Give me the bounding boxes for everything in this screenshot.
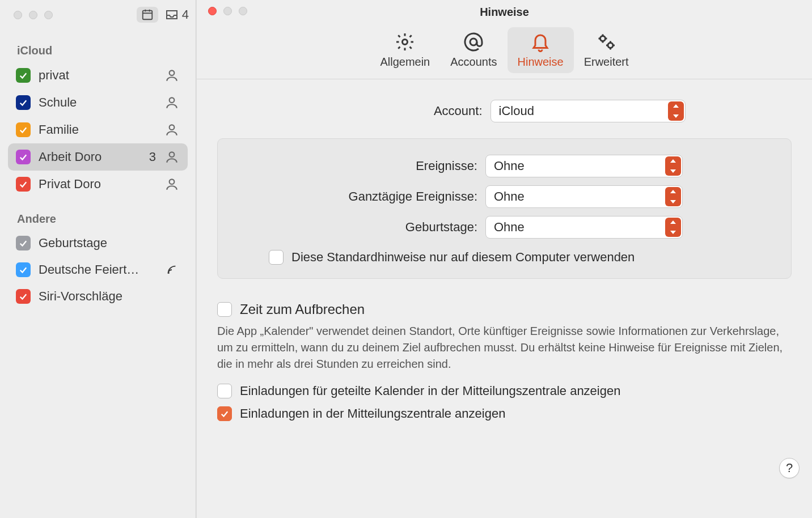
events-select[interactable]: Ohne [485, 155, 683, 177]
events-label: Ereignisse: [234, 159, 477, 173]
calendar-label: Arbeit Doro [39, 150, 141, 164]
window-control-disabled-1 [14, 11, 22, 19]
svg-point-5 [170, 97, 175, 103]
calendar-item-arbeit-doro[interactable]: Arbeit Doro 3 [8, 143, 188, 171]
dropdown-stepper-icon [665, 156, 681, 176]
only-this-computer-row[interactable]: Diese Standardhinweise nur auf diesem Co… [269, 250, 775, 265]
birthdays-label: Geburtstage: [234, 220, 477, 235]
checkbox-arbeit-doro[interactable] [16, 150, 31, 164]
gear-icon [395, 32, 415, 52]
preferences-window: Hinweise Allgemein Accounts Hinweise Erw… [196, 0, 812, 518]
allday-events-value: Ohne [494, 189, 665, 204]
tab-general[interactable]: Allgemein [370, 27, 440, 73]
zoom-button-disabled [239, 7, 247, 15]
tab-alerts[interactable]: Hinweise [508, 27, 574, 73]
invites-row[interactable]: Einladungen in der Mitteilungszentrale a… [217, 406, 792, 421]
svg-rect-0 [143, 11, 153, 20]
section-label-andere: Andere [0, 198, 196, 230]
bell-icon [530, 32, 551, 52]
default-alerts-group: Ereignisse: Ohne Ganztägige Ereignisse: … [217, 138, 792, 279]
svg-point-4 [170, 70, 175, 75]
svg-point-12 [600, 36, 606, 41]
time-to-leave-description: Die App „Kalender" verwendet deinen Stan… [217, 323, 792, 372]
subscribed-icon [164, 262, 180, 278]
calendar-label: Geburtstage [39, 236, 180, 250]
birthdays-select[interactable]: Ohne [485, 216, 683, 239]
calendar-item-familie[interactable]: Familie [8, 116, 188, 143]
time-to-leave-row[interactable]: Zeit zum Aufbrechen [217, 302, 792, 317]
time-to-leave-label: Zeit zum Aufbrechen [240, 302, 365, 317]
help-button[interactable]: ? [779, 458, 800, 478]
inbox-count: 4 [182, 7, 189, 22]
preferences-title: Hinweise [480, 6, 529, 19]
shared-icon [164, 95, 180, 111]
shared-icon [164, 149, 180, 165]
calendar-item-privat[interactable]: privat [8, 62, 188, 89]
at-icon [463, 32, 484, 52]
additional-options: Zeit zum Aufbrechen Die App „Kalender" v… [217, 302, 792, 421]
account-label: Account: [324, 104, 483, 118]
sidebar: 4 iCloud privat Schule Familie Arb [0, 0, 196, 518]
svg-point-10 [403, 40, 408, 45]
preferences-body: Account: iCloud Ereignisse: Ohne Ganztäg… [197, 79, 812, 518]
dropdown-stepper-icon [665, 187, 681, 206]
calendar-label: Schule [39, 95, 156, 110]
calendar-item-geburtstage[interactable]: Geburtstage [8, 230, 188, 256]
sidebar-toolbar: 4 [0, 0, 196, 29]
checkbox-schule[interactable] [16, 95, 31, 110]
checkbox-deutsche-feiertage[interactable] [16, 262, 31, 277]
allday-events-label: Ganztägige Ereignisse: [234, 189, 477, 204]
tab-label: Allgemein [380, 56, 430, 69]
time-to-leave-checkbox[interactable] [217, 302, 232, 317]
svg-point-8 [170, 179, 175, 184]
shared-icon [164, 176, 180, 192]
window-control-disabled-3 [44, 11, 53, 19]
minimize-button-disabled [223, 7, 232, 15]
birthdays-value: Ohne [494, 220, 665, 235]
calendar-label: Siri-Vorschläge [39, 289, 180, 304]
preferences-tabs: Allgemein Accounts Hinweise Erweitert [197, 24, 812, 79]
calendar-icon [141, 9, 154, 21]
svg-point-9 [168, 272, 170, 274]
invites-label: Einladungen in der Mitteilungszentrale a… [240, 406, 505, 421]
calendar-item-schule[interactable]: Schule [8, 89, 188, 116]
tab-label: Accounts [450, 56, 497, 69]
calendar-item-privat-doro[interactable]: Privat Doro [8, 171, 188, 198]
calendar-item-deutsche-feiertage[interactable]: Deutsche Feiert… [8, 256, 188, 283]
calendar-badge-count: 3 [149, 150, 156, 164]
shared-icon [164, 122, 180, 138]
tab-accounts[interactable]: Accounts [440, 27, 507, 73]
window-control-disabled-2 [29, 11, 37, 19]
svg-point-7 [170, 152, 175, 157]
tab-advanced[interactable]: Erweitert [574, 27, 639, 73]
shared-invites-checkbox[interactable] [217, 384, 232, 398]
dropdown-stepper-icon [665, 218, 681, 237]
close-button[interactable] [208, 7, 217, 15]
shared-invites-row[interactable]: Einladungen für geteilte Kalender in der… [217, 384, 792, 398]
checkbox-privat[interactable] [16, 68, 31, 83]
tab-label: Hinweise [518, 56, 564, 69]
inbox-button[interactable]: 4 [165, 7, 189, 22]
dropdown-stepper-icon [668, 101, 684, 121]
account-value: iCloud [499, 104, 668, 118]
calendar-item-siri-vorschlaege[interactable]: Siri-Vorschläge [8, 283, 188, 309]
gears-icon [596, 32, 616, 52]
help-label: ? [786, 461, 793, 475]
calendar-label: Deutsche Feiert… [39, 262, 156, 277]
shared-invites-label: Einladungen für geteilte Kalender in der… [240, 384, 620, 398]
events-value: Ohne [494, 159, 665, 173]
checkbox-geburtstage[interactable] [16, 236, 31, 250]
account-select[interactable]: iCloud [490, 100, 686, 122]
only-this-computer-label: Diese Standardhinweise nur auf diesem Co… [291, 250, 635, 265]
calendar-list-icloud: privat Schule Familie Arbeit Doro 3 [0, 62, 196, 198]
calendar-toggle-button[interactable] [137, 7, 158, 23]
allday-events-select[interactable]: Ohne [485, 185, 683, 208]
checkbox-familie[interactable] [16, 122, 31, 137]
inbox-icon [165, 9, 179, 20]
invites-checkbox[interactable] [217, 406, 232, 421]
calendar-label: Familie [39, 122, 156, 137]
calendar-list-andere: Geburtstage Deutsche Feiert… Siri-Vorsch… [0, 230, 196, 309]
only-this-computer-checkbox[interactable] [269, 250, 284, 265]
checkbox-privat-doro[interactable] [16, 177, 31, 192]
checkbox-siri-vorschlaege[interactable] [16, 289, 31, 304]
